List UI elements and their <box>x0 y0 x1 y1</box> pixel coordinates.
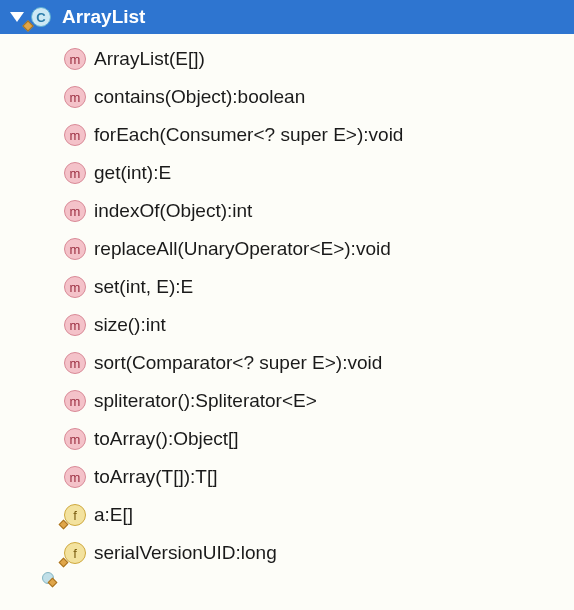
member-item[interactable]: m indexOf(Object):int <box>0 192 574 230</box>
member-label: serialVersionUID:long <box>94 542 277 564</box>
member-item[interactable]: m forEach(Consumer<? super E>):void <box>0 116 574 154</box>
member-item[interactable]: m set(int, E):E <box>0 268 574 306</box>
method-icon: m <box>64 86 86 108</box>
member-item[interactable]: m toArray(T[]):T[] <box>0 458 574 496</box>
method-icon: m <box>64 238 86 260</box>
member-label: contains(Object):boolean <box>94 86 305 108</box>
class-header[interactable]: C ArrayList <box>0 0 574 34</box>
member-label: forEach(Consumer<? super E>):void <box>94 124 403 146</box>
member-item[interactable]: m toArray():Object[] <box>0 420 574 458</box>
method-icon: m <box>64 466 86 488</box>
partial-icon <box>42 572 54 584</box>
method-icon: m <box>64 124 86 146</box>
member-label: size():int <box>94 314 166 336</box>
member-label: ArrayList(E[]) <box>94 48 205 70</box>
member-item[interactable]: m replaceAll(UnaryOperator<E>):void <box>0 230 574 268</box>
member-label: get(int):E <box>94 162 171 184</box>
members-list: m ArrayList(E[]) m contains(Object):bool… <box>0 34 574 572</box>
member-label: spliterator():Spliterator<E> <box>94 390 317 412</box>
member-item[interactable]: m contains(Object):boolean <box>0 78 574 116</box>
class-title: ArrayList <box>62 6 145 28</box>
class-icon: C <box>31 7 51 27</box>
method-icon: m <box>64 352 86 374</box>
member-label: sort(Comparator<? super E>):void <box>94 352 382 374</box>
member-item[interactable]: m ArrayList(E[]) <box>0 40 574 78</box>
member-label: indexOf(Object):int <box>94 200 252 222</box>
member-item[interactable]: f a:E[] <box>0 496 574 534</box>
member-label: a:E[] <box>94 504 133 526</box>
expand-toggle-icon[interactable] <box>10 12 24 22</box>
method-icon: m <box>64 390 86 412</box>
member-item[interactable]: m size():int <box>0 306 574 344</box>
method-icon: m <box>64 276 86 298</box>
member-label: toArray():Object[] <box>94 428 239 450</box>
footer-partial <box>0 572 574 592</box>
class-icon-wrap: C <box>30 6 52 28</box>
method-icon: m <box>64 162 86 184</box>
static-marker-icon <box>59 558 69 568</box>
member-item[interactable]: m sort(Comparator<? super E>):void <box>0 344 574 382</box>
method-icon: m <box>64 428 86 450</box>
static-marker-icon <box>59 520 69 530</box>
field-icon: f <box>64 542 86 564</box>
member-label: toArray(T[]):T[] <box>94 466 218 488</box>
method-icon: m <box>64 314 86 336</box>
member-item[interactable]: m get(int):E <box>0 154 574 192</box>
method-icon: m <box>64 48 86 70</box>
member-item[interactable]: f serialVersionUID:long <box>0 534 574 572</box>
member-item[interactable]: m spliterator():Spliterator<E> <box>0 382 574 420</box>
method-icon: m <box>64 200 86 222</box>
member-label: set(int, E):E <box>94 276 193 298</box>
member-label: replaceAll(UnaryOperator<E>):void <box>94 238 391 260</box>
field-icon: f <box>64 504 86 526</box>
